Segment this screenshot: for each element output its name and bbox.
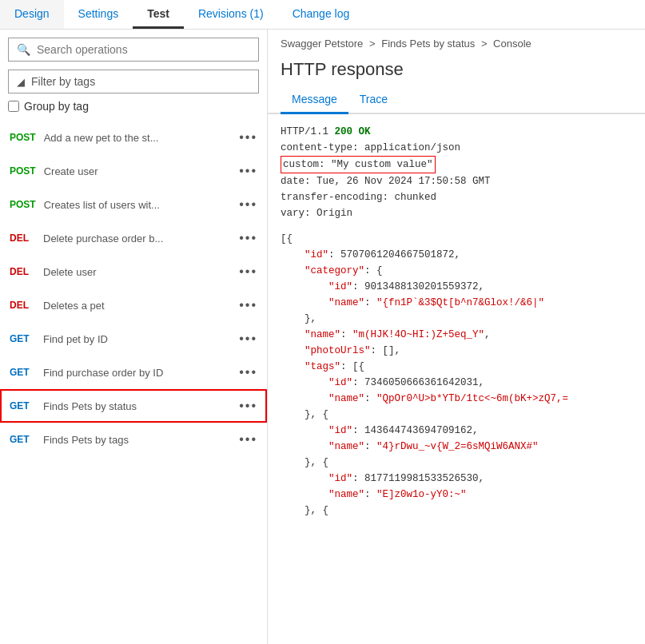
op-name: Create user [44,165,232,177]
response-tabs: Message Trace [268,88,645,114]
operation-item[interactable]: GETFind purchase order by ID••• [0,356,267,389]
op-name: Delete purchase order b... [43,233,231,244]
breadcrumb-part3: Console [493,38,532,50]
tab-message[interactable]: Message [281,88,348,114]
right-panel: Swagger Petstore > Finds Pets by status … [268,30,645,644]
operation-item[interactable]: DELDelete purchase order b...••• [0,221,267,255]
op-method: DEL [10,300,35,311]
response-content: HTTP/1.1 200 OKcontent-type: application… [268,114,645,644]
op-more-button[interactable]: ••• [239,197,257,212]
op-method: GET [10,434,35,445]
response-json-body: [{ "id": 5707061204667501872, "category"… [281,231,632,519]
custom-highlight: custom: "My custom value" [281,156,436,173]
op-more-button[interactable]: ••• [239,365,257,380]
op-method: DEL [10,233,35,244]
response-pre: HTTP/1.1 200 OKcontent-type: application… [281,124,632,519]
operation-item[interactable]: POSTAdd a new pet to the st...••• [0,121,267,154]
op-more-button[interactable]: ••• [239,164,257,178]
op-name: Delete user [43,266,231,278]
op-more-button[interactable]: ••• [239,264,257,279]
filter-label: Filter by tags [31,75,95,88]
response-header-line: content-type: application/json [281,140,632,156]
response-title: HTTP response [268,54,645,88]
search-icon: 🔍 [17,43,30,56]
response-status-line: HTTP/1.1 200 OK [281,124,632,140]
operation-item[interactable]: GETFind pet by ID••• [0,322,267,356]
op-method: GET [10,333,35,344]
filter-box[interactable]: ◢ Filter by tags [8,70,259,93]
main-layout: 🔍 ◢ Filter by tags Group by tag POSTAdd … [0,30,645,644]
op-method: POST [10,165,36,177]
tab-design[interactable]: Design [0,0,64,29]
op-name: Finds Pets by tags [43,434,231,446]
breadcrumb-part2: Finds Pets by status [381,38,475,50]
op-more-button[interactable]: ••• [239,432,257,447]
group-by-tag: Group by tag [8,100,259,113]
tab-changelog[interactable]: Change log [278,0,364,29]
op-more-button[interactable]: ••• [239,399,257,413]
op-name: Find pet by ID [43,333,231,345]
tab-test[interactable]: Test [133,0,184,29]
search-box[interactable]: 🔍 [8,38,259,62]
op-more-button[interactable]: ••• [239,332,257,346]
response-header-line: date: Tue, 26 Nov 2024 17:50:58 GMT [281,173,632,189]
operation-item[interactable]: DELDelete user••• [0,255,267,288]
op-name: Finds Pets by status [43,400,231,412]
operation-item[interactable]: POSTCreates list of users wit...••• [0,188,267,221]
operation-item[interactable]: POSTCreate user••• [0,154,267,188]
op-method: POST [10,199,36,210]
op-name: Find purchase order by ID [43,367,231,379]
breadcrumb: Swagger Petstore > Finds Pets by status … [268,30,645,54]
op-method: GET [10,400,35,411]
operations-list: POSTAdd a new pet to the st...•••POSTCre… [0,121,267,644]
operation-item[interactable]: DELDeletes a pet••• [0,288,267,322]
search-input[interactable] [37,43,250,56]
group-by-tag-checkbox[interactable] [8,101,19,112]
op-name: Deletes a pet [43,300,231,312]
left-panel: 🔍 ◢ Filter by tags Group by tag POSTAdd … [0,30,268,644]
custom-header-line: custom: "My custom value" [281,156,632,173]
response-header-line: vary: Origin [281,205,632,221]
op-name: Creates list of users wit... [44,199,232,211]
breadcrumb-sep1: > [369,38,378,50]
top-navigation: Design Settings Test Revisions (1) Chang… [0,0,645,30]
op-method: DEL [10,266,35,277]
group-by-tag-label: Group by tag [24,100,89,113]
op-more-button[interactable]: ••• [239,231,257,245]
op-method: POST [10,132,36,143]
op-more-button[interactable]: ••• [239,130,257,145]
operation-item[interactable]: GETFinds Pets by status••• [0,389,267,423]
tab-revisions[interactable]: Revisions (1) [184,0,278,29]
filter-icon: ◢ [17,76,25,88]
tab-settings[interactable]: Settings [64,0,133,29]
op-more-button[interactable]: ••• [239,298,257,312]
operation-item[interactable]: GETFinds Pets by tags••• [0,423,267,456]
breadcrumb-sep2: > [481,38,490,50]
op-method: GET [10,367,35,378]
response-header-line: transfer-encoding: chunked [281,189,632,205]
status-ok: 200 OK [335,126,371,137]
op-name: Add a new pet to the st... [44,132,232,144]
tab-trace[interactable]: Trace [348,88,399,114]
breadcrumb-part1: Swagger Petstore [281,38,363,50]
